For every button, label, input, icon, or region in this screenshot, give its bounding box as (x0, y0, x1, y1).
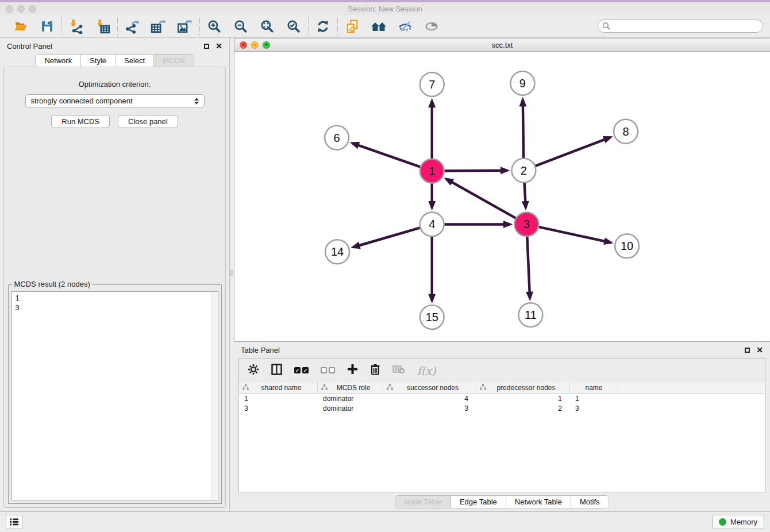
column-label: name (573, 384, 618, 392)
table-cell[interactable]: dominator (318, 404, 383, 413)
minimize-window-icon[interactable] (17, 5, 25, 13)
zoom-out-icon[interactable] (233, 18, 249, 34)
column-settings-gear-icon[interactable] (248, 364, 259, 377)
add-row-icon[interactable] (347, 364, 358, 377)
zoom-in-icon[interactable] (206, 18, 222, 34)
graph-node-10[interactable]: 10 (615, 234, 639, 258)
run-mcds-button[interactable]: Run MCDS (51, 115, 110, 128)
network-canvas[interactable]: 7968124314101511 (234, 52, 770, 341)
mcds-result-area[interactable]: 13 (11, 291, 218, 500)
table-cell[interactable]: 3 (570, 404, 618, 413)
copy-network-icon[interactable] (344, 18, 360, 34)
export-network-icon[interactable] (124, 18, 140, 34)
tab-edge-table[interactable]: Edge Table (451, 496, 506, 508)
tab-motifs[interactable]: Motifs (571, 496, 609, 508)
hide-panel-eye-icon[interactable] (397, 18, 413, 34)
search-icon (602, 22, 611, 33)
home-icon[interactable] (371, 18, 387, 34)
network-window-titlebar[interactable]: ✕ − + scc.txt (234, 38, 770, 52)
network-minimize-icon[interactable]: − (251, 41, 259, 49)
table-row[interactable]: 1dominator411 (239, 394, 765, 403)
float-panel-icon[interactable] (204, 44, 209, 49)
hierarchy-icon (242, 384, 249, 392)
criterion-select-value: strongly connected component (31, 97, 133, 105)
graph-node-6[interactable]: 6 (325, 126, 349, 150)
column-layout-icon[interactable] (271, 364, 282, 377)
graph-node-3[interactable]: 3 (514, 212, 538, 236)
export-table-icon[interactable] (151, 18, 167, 34)
network-maximize-icon[interactable]: + (263, 41, 270, 49)
table-cell[interactable]: 1 (476, 395, 570, 403)
select-all-checks-icon[interactable]: ✓✓ (294, 367, 309, 373)
control-panel-header: Control Panel ✕ (0, 38, 229, 54)
status-bar: Memory (0, 511, 770, 532)
tab-mcds[interactable]: MCDS (154, 55, 193, 67)
table-cell[interactable]: 4 (383, 395, 476, 403)
tab-select[interactable]: Select (116, 55, 154, 67)
memory-button[interactable]: Memory (712, 515, 764, 529)
table-cell[interactable]: 1 (570, 395, 618, 403)
graph-node-15[interactable]: 15 (420, 305, 444, 329)
close-panel-button[interactable]: Close panel (118, 115, 178, 128)
refresh-layout-icon[interactable] (315, 18, 331, 34)
result-scrollbar[interactable] (211, 292, 218, 500)
graph-edge-3-1[interactable] (446, 179, 526, 225)
tab-network-table[interactable]: Network Table (506, 496, 571, 508)
table-cell[interactable]: dominator (318, 395, 383, 403)
import-network-icon[interactable] (68, 18, 84, 34)
tab-network[interactable]: Network (36, 55, 81, 67)
graph-node-1[interactable]: 1 (420, 159, 444, 183)
graph-node-2[interactable]: 2 (511, 159, 536, 183)
column-header-mcds-role[interactable]: MCDS role (318, 382, 383, 393)
table-row[interactable]: 3dominator323 (239, 403, 765, 413)
close-table-panel-icon[interactable]: ✕ (756, 346, 763, 354)
graph-node-8[interactable]: 8 (614, 119, 638, 144)
graph-node-14[interactable]: 14 (325, 240, 349, 264)
column-header-shared-name[interactable]: shared name (239, 382, 318, 393)
criterion-select[interactable]: strongly connected component (25, 94, 205, 107)
window-traffic-lights (6, 5, 36, 13)
split-pane-divider[interactable] (230, 38, 234, 511)
column-header-predecessor-nodes[interactable]: predecessor nodes (476, 382, 570, 393)
graph-node-9[interactable]: 9 (510, 71, 534, 95)
maximize-window-icon[interactable] (29, 5, 36, 13)
import-table-icon[interactable] (95, 18, 111, 34)
control-panel-tabs: NetworkStyleSelectMCDS (35, 54, 194, 67)
application-window: Session: New Session (0, 0, 770, 532)
clear-checks-icon[interactable] (321, 367, 335, 373)
tab-node-table[interactable]: Node Table (395, 496, 451, 508)
close-panel-icon[interactable]: ✕ (215, 42, 222, 50)
graph-edge-2-8[interactable] (523, 137, 610, 171)
column-header-successor-nodes[interactable]: successor nodes (383, 382, 476, 393)
list-icon (9, 518, 19, 526)
search-input[interactable] (598, 20, 763, 33)
table-cell[interactable]: 3 (239, 404, 318, 413)
table-cell[interactable]: 3 (383, 404, 476, 413)
graph-node-7[interactable]: 7 (420, 72, 444, 97)
delete-row-trash-icon[interactable] (370, 364, 380, 377)
memory-status-icon (719, 518, 726, 526)
network-graph: 7968124314101511 (234, 52, 770, 341)
column-header-name[interactable]: name (570, 382, 618, 393)
close-window-icon[interactable] (6, 5, 13, 13)
table-cell[interactable]: 1 (239, 395, 318, 403)
divider-grip[interactable] (230, 270, 233, 276)
window-title: Session: New Session (348, 5, 422, 13)
table-cell[interactable]: 2 (476, 404, 570, 413)
show-panel-eye-icon[interactable] (424, 18, 440, 34)
task-list-button[interactable] (6, 515, 22, 529)
tab-style[interactable]: Style (81, 55, 116, 67)
table-panel-header: Table Panel ✕ (234, 342, 770, 358)
zoom-fit-icon[interactable] (259, 18, 275, 34)
save-session-icon[interactable] (39, 18, 55, 34)
export-image-icon[interactable] (177, 18, 193, 34)
graph-node-4[interactable]: 4 (420, 212, 444, 236)
svg-text:15: 15 (426, 311, 438, 323)
float-table-panel-icon[interactable] (745, 348, 750, 353)
graph-node-11[interactable]: 11 (518, 303, 542, 327)
zoom-selected-icon[interactable] (286, 18, 302, 34)
network-close-icon[interactable]: ✕ (240, 41, 247, 49)
graph-edge-3-10[interactable] (526, 224, 610, 242)
open-file-icon[interactable] (13, 18, 29, 34)
control-panel-title: Control Panel (7, 42, 52, 51)
